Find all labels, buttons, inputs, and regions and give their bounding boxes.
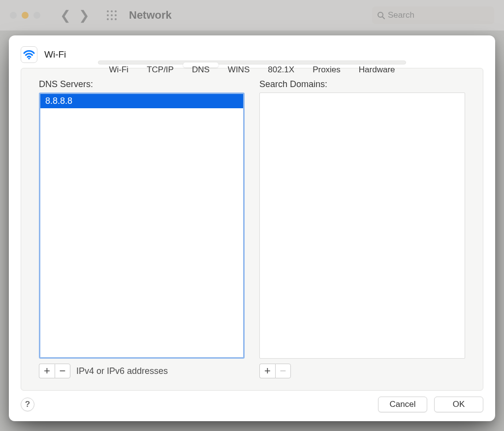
svg-point-3 [107, 14, 109, 16]
forward-button[interactable]: ❯ [79, 8, 90, 23]
dns-servers-column: DNS Servers: 8.8.8.8 + − IPv4 or IPv6 ad… [39, 79, 245, 378]
svg-point-7 [111, 18, 113, 20]
window-controls [10, 12, 40, 19]
ok-button[interactable]: OK [434, 397, 483, 412]
search-placeholder: Search [388, 10, 414, 20]
remove-dns-server-button[interactable]: − [55, 364, 70, 378]
search-domains-label: Search Domains: [259, 79, 465, 90]
tab-tcpip[interactable]: TCP/IP [138, 62, 183, 67]
wifi-icon [21, 46, 37, 63]
add-dns-server-button[interactable]: + [39, 364, 55, 378]
zoom-window-button[interactable] [33, 12, 40, 19]
svg-point-6 [107, 18, 109, 20]
tab-hardware[interactable]: Hardware [350, 62, 404, 67]
tab-proxies[interactable]: Proxies [304, 62, 349, 67]
dns-servers-label: DNS Servers: [39, 79, 245, 90]
add-search-domain-button[interactable]: + [259, 364, 275, 378]
dns-servers-list[interactable]: 8.8.8.8 [39, 92, 245, 359]
dns-server-entry[interactable]: 8.8.8.8 [40, 94, 243, 108]
parent-toolbar: ❮ ❯ Network Search [0, 0, 504, 31]
dns-panel: DNS Servers: 8.8.8.8 + − IPv4 or IPv6 ad… [21, 68, 483, 378]
svg-point-1 [111, 10, 113, 12]
nav-arrows: ❮ ❯ [60, 8, 90, 23]
tab-dns[interactable]: DNS [183, 62, 219, 67]
close-window-button[interactable] [10, 12, 17, 19]
svg-point-11 [28, 58, 30, 60]
help-button[interactable]: ? [21, 398, 34, 411]
content-panel: Wi-Fi TCP/IP DNS WINS 802.1X Proxies Har… [21, 68, 483, 391]
window-title: Network [129, 9, 172, 22]
svg-point-5 [115, 14, 117, 16]
search-domains-controls: + − [259, 364, 465, 378]
svg-line-10 [382, 17, 384, 19]
svg-point-4 [111, 14, 113, 16]
sheet-title: Wi-Fi [44, 49, 66, 60]
svg-point-8 [115, 18, 117, 20]
back-button[interactable]: ❮ [60, 8, 71, 23]
sheet-footer: ? Cancel OK [21, 391, 483, 412]
minimize-window-button[interactable] [22, 12, 29, 19]
svg-point-0 [107, 10, 109, 12]
tab-8021x[interactable]: 802.1X [259, 62, 303, 67]
tab-wins[interactable]: WINS [219, 62, 258, 67]
show-all-icon[interactable] [106, 10, 117, 21]
dns-hint: IPv4 or IPv6 addresses [76, 366, 168, 376]
search-field[interactable]: Search [372, 6, 494, 24]
dns-servers-controls: + − IPv4 or IPv6 addresses [39, 364, 245, 378]
cancel-button[interactable]: Cancel [378, 397, 427, 412]
search-domains-list[interactable] [259, 92, 465, 359]
svg-point-2 [115, 10, 117, 12]
remove-search-domain-button: − [275, 364, 291, 378]
tab-wifi[interactable]: Wi-Fi [100, 62, 137, 67]
search-icon [377, 11, 385, 19]
search-domains-column: Search Domains: + − [259, 79, 465, 378]
tab-bar: Wi-Fi TCP/IP DNS WINS 802.1X Proxies Har… [98, 61, 406, 64]
network-advanced-sheet: Wi-Fi Wi-Fi TCP/IP DNS WINS 802.1X Proxi… [9, 35, 495, 421]
